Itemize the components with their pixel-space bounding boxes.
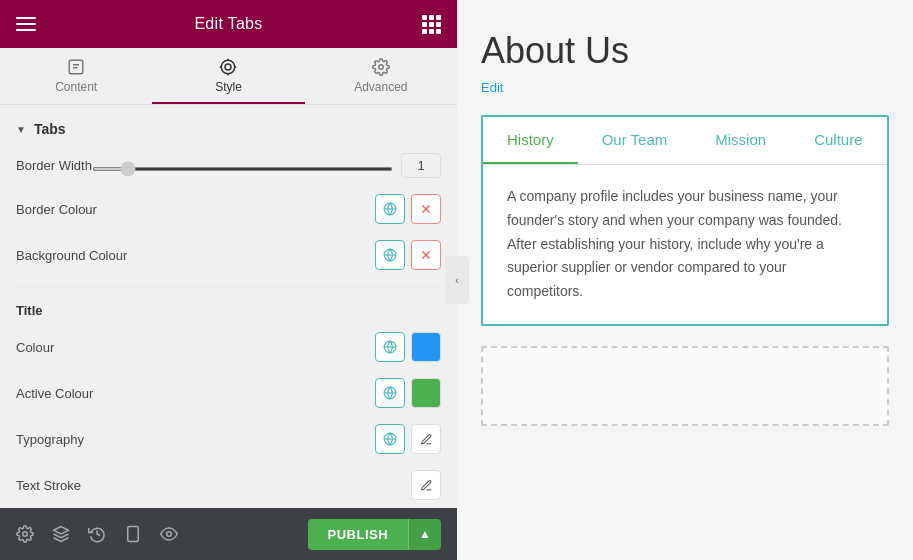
panel-scrollable: ▼ Tabs Border Width 1 Border Colour <box>0 105 457 508</box>
border-colour-globe[interactable] <box>375 194 405 224</box>
widget-text: A company profile includes your business… <box>507 185 863 304</box>
svg-point-40 <box>167 532 172 537</box>
svg-rect-0 <box>16 17 36 19</box>
svg-rect-4 <box>429 15 434 20</box>
widget-tab-our-team[interactable]: Our Team <box>578 117 692 164</box>
tab-content[interactable]: Content <box>0 48 152 104</box>
background-colour-row: Background Colour <box>16 240 441 270</box>
panel-collapse-handle[interactable]: ‹ <box>445 256 469 304</box>
tabs-widget: History Our Team Mission Culture A compa… <box>481 115 889 326</box>
background-colour-globe[interactable] <box>375 240 405 270</box>
border-colour-label: Border Colour <box>16 202 97 217</box>
background-colour-label: Background Colour <box>16 248 127 263</box>
background-colour-controls <box>375 240 441 270</box>
border-width-row: Border Width 1 <box>16 153 441 178</box>
typography-label: Typography <box>16 432 84 447</box>
text-stroke-label: Text Stroke <box>16 478 81 493</box>
svg-rect-6 <box>422 22 427 27</box>
settings-icon[interactable] <box>16 525 34 543</box>
edit-link[interactable]: Edit <box>481 80 889 95</box>
typography-controls <box>375 424 441 454</box>
title-colour-label: Colour <box>16 340 54 355</box>
border-width-value: 1 <box>401 153 441 178</box>
active-colour-globe[interactable] <box>375 378 405 408</box>
title-colour-row: Colour <box>16 332 441 362</box>
border-colour-controls <box>375 194 441 224</box>
border-width-slider-wrap <box>92 157 393 175</box>
tab-advanced[interactable]: Advanced <box>305 48 457 104</box>
layers-icon[interactable] <box>52 525 70 543</box>
panel-header: Edit Tabs <box>0 0 457 48</box>
border-colour-clear[interactable] <box>411 194 441 224</box>
right-panel: About Us Edit History Our Team Mission C… <box>457 0 913 560</box>
tab-style[interactable]: Style <box>152 48 304 104</box>
title-colour-swatch[interactable] <box>411 332 441 362</box>
svg-rect-38 <box>128 527 139 542</box>
text-stroke-pen[interactable] <box>411 470 441 500</box>
active-colour-swatch[interactable] <box>411 378 441 408</box>
bottom-icons-group <box>16 525 178 543</box>
typography-row: Typography <box>16 424 441 454</box>
responsive-icon[interactable] <box>124 525 142 543</box>
menu-icon[interactable] <box>16 14 36 34</box>
svg-point-16 <box>222 60 236 74</box>
tab-style-label: Style <box>215 80 242 94</box>
left-panel: Edit Tabs Content <box>0 0 457 560</box>
section-divider <box>16 286 441 287</box>
publish-dropdown-button[interactable]: ▲ <box>408 519 441 550</box>
eye-icon[interactable] <box>160 525 178 543</box>
title-colour-controls <box>375 332 441 362</box>
typography-pen[interactable] <box>411 424 441 454</box>
svg-point-36 <box>23 532 28 537</box>
widget-tabs-nav: History Our Team Mission Culture <box>483 117 887 165</box>
section-title: Tabs <box>34 121 66 137</box>
publish-button[interactable]: PUBLISH <box>308 519 409 550</box>
tab-advanced-label: Advanced <box>354 80 407 94</box>
title-colour-globe[interactable] <box>375 332 405 362</box>
grid-icon[interactable] <box>421 14 441 34</box>
border-width-slider[interactable] <box>92 167 393 171</box>
placeholder-widget <box>481 346 889 426</box>
svg-rect-2 <box>16 29 36 31</box>
title-section-label: Title <box>16 303 441 318</box>
svg-rect-3 <box>422 15 427 20</box>
svg-rect-10 <box>429 29 434 34</box>
active-colour-label: Active Colour <box>16 386 93 401</box>
background-colour-clear[interactable] <box>411 240 441 270</box>
svg-rect-7 <box>429 22 434 27</box>
svg-rect-9 <box>422 29 427 34</box>
publish-group: PUBLISH ▲ <box>308 519 441 550</box>
svg-point-15 <box>225 64 231 70</box>
collapse-arrow[interactable]: ▼ <box>16 124 26 135</box>
header-title: Edit Tabs <box>194 15 262 33</box>
border-width-label: Border Width <box>16 158 92 173</box>
active-colour-controls <box>375 378 441 408</box>
widget-content: A company profile includes your business… <box>483 165 887 324</box>
text-stroke-row: Text Stroke <box>16 470 441 500</box>
active-colour-row: Active Colour <box>16 378 441 408</box>
widget-tab-history[interactable]: History <box>483 117 578 164</box>
tabs-section-header: ▼ Tabs <box>16 121 441 137</box>
svg-marker-37 <box>54 527 69 535</box>
tab-content-label: Content <box>55 80 97 94</box>
text-stroke-controls <box>411 470 441 500</box>
border-colour-row: Border Colour <box>16 194 441 224</box>
typography-globe[interactable] <box>375 424 405 454</box>
editor-tabs-nav: Content Style Advanced <box>0 48 457 105</box>
history-icon[interactable] <box>88 525 106 543</box>
widget-tab-mission[interactable]: Mission <box>691 117 790 164</box>
page-title: About Us <box>481 30 889 72</box>
widget-tab-culture[interactable]: Culture <box>790 117 886 164</box>
svg-point-21 <box>379 65 384 70</box>
svg-rect-11 <box>436 29 441 34</box>
svg-rect-1 <box>16 23 36 25</box>
svg-rect-5 <box>436 15 441 20</box>
bottom-bar: PUBLISH ▲ <box>0 508 457 560</box>
svg-rect-8 <box>436 22 441 27</box>
